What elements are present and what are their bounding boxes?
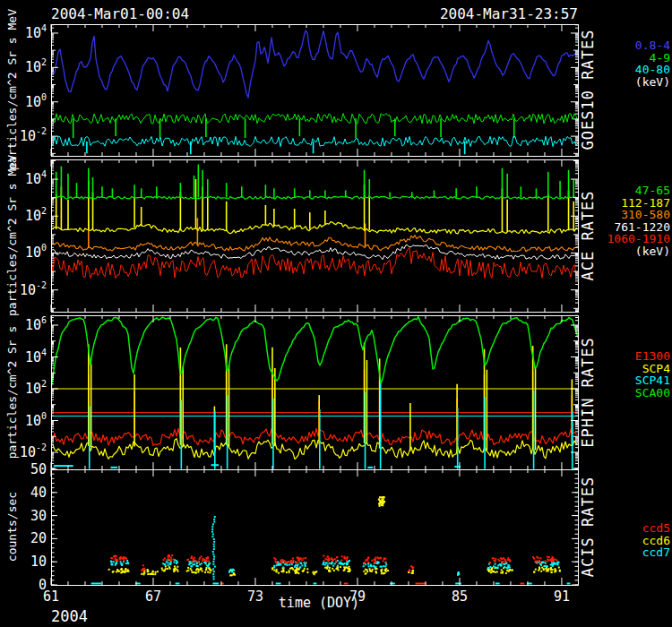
svg-text:102: 102 <box>25 57 47 75</box>
legend-entry: SCA00 <box>635 387 670 399</box>
legend-entry: 47-65 <box>607 185 670 197</box>
svg-text:100: 100 <box>25 92 47 110</box>
legend-entry: SCP41 <box>635 374 670 387</box>
legend-entry: E1300 <box>635 350 670 363</box>
svg-text:85: 85 <box>452 588 468 605</box>
svg-text:102: 102 <box>25 206 47 224</box>
legend-entry: (keV) <box>607 245 670 258</box>
goes10-legend: 0.8-44-940-80(keV) <box>635 39 670 88</box>
panel-label-acis-rates: ACIS RATES <box>579 477 597 577</box>
svg-text:50: 50 <box>30 461 47 477</box>
svg-text:10-2: 10-2 <box>20 280 47 298</box>
svg-text:61: 61 <box>43 588 59 605</box>
acis-legend: ccd5ccd6ccd7 <box>642 522 670 559</box>
legend-entry: 1060-1910 <box>607 233 670 245</box>
ace-legend: 47-65112-187310-580761-12201060-1910(keV… <box>607 185 670 257</box>
legend-entry: (keV) <box>635 76 670 89</box>
y-axis-label-ace: particles/cm^2 Sr s MeV <box>5 155 19 316</box>
svg-text:10-2: 10-2 <box>20 442 47 460</box>
svg-text:104: 104 <box>25 348 47 365</box>
svg-text:100: 100 <box>25 243 47 261</box>
x-axis-label: time (DOY) <box>279 595 359 611</box>
y-axis-label-goes10: particles/cm^2 Sr s MeV <box>5 9 19 170</box>
legend-entry: 0.8-4 <box>635 39 670 52</box>
svg-text:40: 40 <box>30 485 47 501</box>
radiation-rates-plot: 10-210010210410-210010210410-21001021041… <box>0 0 672 627</box>
plot-canvas: 10-210010210410-210010210410-21001021041… <box>0 0 672 627</box>
svg-text:104: 104 <box>25 169 47 187</box>
ephin-legend: E1300SCP4SCP41SCA00 <box>635 350 670 399</box>
legend-entry: ccd6 <box>642 535 670 547</box>
y-axis-label-acis: counts/sec <box>5 492 19 562</box>
plot-start-timestamp: 2004-Mar01-00:04 <box>51 5 189 22</box>
svg-text:104: 104 <box>25 23 47 41</box>
svg-text:10-2: 10-2 <box>20 126 47 144</box>
svg-text:20: 20 <box>30 530 47 546</box>
legend-entry: 40-80 <box>635 64 670 76</box>
svg-text:67: 67 <box>145 588 161 605</box>
svg-text:102: 102 <box>25 379 47 397</box>
legend-entry: 112-187 <box>607 197 670 210</box>
legend-entry: 310-580 <box>607 209 670 221</box>
legend-entry: ccd5 <box>642 522 670 535</box>
legend-entry: SCP4 <box>635 363 670 375</box>
legend-entry: 761-1220 <box>607 221 670 234</box>
panel-label-ephin-rates: EPHIN RATES <box>579 337 597 448</box>
legend-entry: ccd7 <box>642 546 670 559</box>
svg-text:10: 10 <box>30 554 47 570</box>
legend-entry: 4-9 <box>635 52 670 64</box>
svg-text:30: 30 <box>30 508 47 524</box>
x-axis-year-label: 2004 <box>51 607 88 625</box>
svg-text:73: 73 <box>247 588 263 605</box>
panel-label-goes10-rates: GOES10 RATES <box>579 30 597 150</box>
svg-text:91: 91 <box>554 588 570 605</box>
plot-end-timestamp: 2004-Mar31-23:57 <box>440 5 578 22</box>
svg-text:100: 100 <box>25 411 47 429</box>
y-axis-label-ephin: particles/cm^2 Sr s <box>5 326 19 460</box>
svg-text:106: 106 <box>25 315 47 333</box>
panel-label-ace-rates: ACE RATES <box>579 190 597 280</box>
